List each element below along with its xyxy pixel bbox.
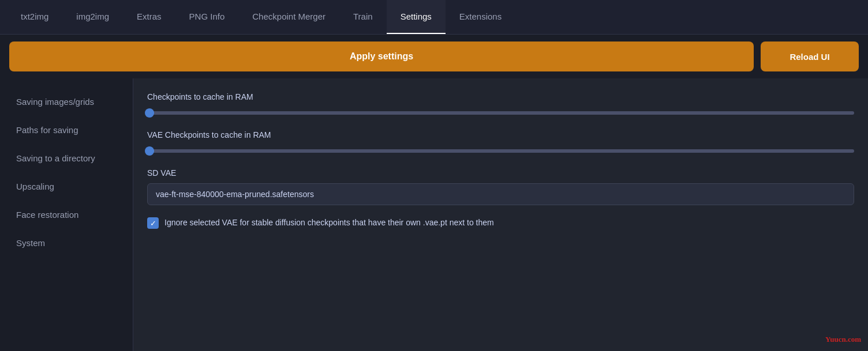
checkpoints-slider-thumb[interactable]	[145, 108, 154, 118]
sidebar-item-face-restoration[interactable]: Face restoration	[9, 203, 124, 227]
tab-settings[interactable]: Settings	[387, 0, 446, 34]
checkpoints-slider-container	[147, 107, 854, 119]
vae-checkpoints-cache-label: VAE Checkpoints to cache in RAM	[147, 130, 854, 139]
ignore-vae-checkbox[interactable]: ✓	[147, 217, 159, 229]
apply-settings-bar: Apply settings Reload UI	[0, 35, 868, 78]
settings-content: Checkpoints to cache in RAM VAE Checkpoi…	[133, 78, 868, 351]
watermark: Yuucn.com	[825, 335, 861, 344]
tab-train[interactable]: Train	[339, 0, 387, 34]
vae-slider-thumb[interactable]	[145, 146, 154, 156]
sd-vae-label: SD VAE	[147, 168, 854, 178]
tab-png-info[interactable]: PNG Info	[175, 0, 239, 34]
top-navigation: txt2img img2img Extras PNG Info Checkpoi…	[0, 0, 868, 35]
tab-txt2img[interactable]: txt2img	[7, 0, 62, 34]
sidebar-item-paths-for-saving[interactable]: Paths for saving	[9, 118, 124, 142]
checkmark-icon: ✓	[150, 220, 156, 227]
sidebar-item-saving-to-directory[interactable]: Saving to a directory	[9, 146, 124, 170]
sidebar-item-upscaling[interactable]: Upscaling	[9, 175, 124, 198]
checkpoints-cache-group: Checkpoints to cache in RAM	[147, 92, 854, 119]
checkpoints-cache-label: Checkpoints to cache in RAM	[147, 92, 854, 101]
ignore-vae-label: Ignore selected VAE for stable diffusion…	[164, 217, 494, 229]
sidebar-item-system[interactable]: System	[9, 231, 124, 255]
reload-ui-button[interactable]: Reload UI	[761, 41, 859, 71]
vae-checkpoints-cache-group: VAE Checkpoints to cache in RAM	[147, 130, 854, 157]
vae-slider-track	[147, 149, 854, 153]
tab-extensions[interactable]: Extensions	[446, 0, 515, 34]
sd-vae-input[interactable]	[147, 183, 854, 205]
checkpoints-slider-track	[147, 111, 854, 115]
main-layout: Saving images/grids Paths for saving Sav…	[0, 78, 868, 351]
sd-vae-group: SD VAE	[147, 168, 854, 205]
vae-slider-container	[147, 145, 854, 157]
apply-settings-button[interactable]: Apply settings	[9, 41, 754, 71]
sidebar: Saving images/grids Paths for saving Sav…	[0, 78, 133, 351]
tab-img2img[interactable]: img2img	[62, 0, 123, 34]
ignore-vae-checkbox-row: ✓ Ignore selected VAE for stable diffusi…	[147, 217, 854, 229]
tab-extras[interactable]: Extras	[123, 0, 175, 34]
tab-checkpoint-merger[interactable]: Checkpoint Merger	[238, 0, 339, 34]
sidebar-item-saving-images[interactable]: Saving images/grids	[9, 90, 124, 114]
